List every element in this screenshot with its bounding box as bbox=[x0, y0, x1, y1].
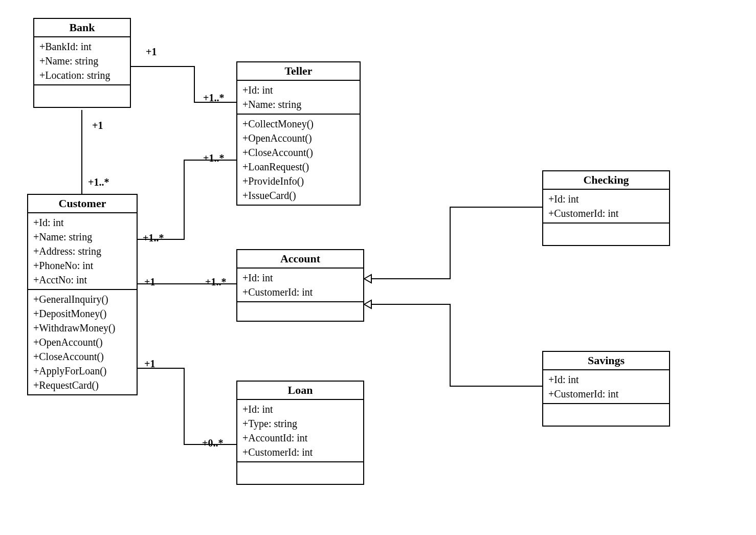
attr: +CustomerId: int bbox=[548, 206, 664, 220]
mult-customer-account-from: +1 bbox=[144, 276, 155, 288]
class-methods: +GeneralInquiry() +DepositMoney() +Withd… bbox=[28, 290, 137, 394]
attr: +Type: string bbox=[242, 416, 358, 431]
method: +CloseAccount() bbox=[242, 145, 354, 160]
attr: +AccountId: int bbox=[242, 431, 358, 445]
class-attributes: +Id: int +CustomerId: int bbox=[543, 190, 669, 224]
method: +DepositMoney() bbox=[33, 306, 131, 321]
class-methods bbox=[543, 404, 669, 426]
method: +OpenAccount() bbox=[33, 335, 131, 349]
attr: +BankId: int bbox=[39, 39, 125, 54]
class-title: Checking bbox=[543, 171, 669, 190]
class-methods bbox=[34, 85, 130, 107]
arrow-savings-account bbox=[364, 300, 371, 308]
class-title: Bank bbox=[34, 19, 130, 37]
class-teller: Teller +Id: int +Name: string +CollectMo… bbox=[236, 61, 361, 206]
mult-bank-teller-to: +1..* bbox=[203, 92, 224, 104]
method: +IssueCard() bbox=[242, 188, 354, 203]
method: +ProvideInfo() bbox=[242, 174, 354, 188]
attr: +PhoneNo: int bbox=[33, 258, 131, 273]
method: +LoanRequest() bbox=[242, 160, 354, 174]
attr: +Name: string bbox=[242, 97, 354, 112]
class-methods bbox=[237, 302, 363, 321]
attr: +Name: string bbox=[33, 230, 131, 244]
diagram-canvas: Bank +BankId: int +Name: string +Locatio… bbox=[0, 0, 756, 535]
attr: +AcctNo: int bbox=[33, 273, 131, 287]
class-title: Account bbox=[237, 250, 363, 269]
mult-bank-customer-from: +1 bbox=[92, 120, 103, 131]
attr: +CustomerId: int bbox=[242, 445, 358, 459]
class-attributes: +Id: int +Type: string +AccountId: int +… bbox=[237, 400, 363, 462]
method: +ApplyForLoan() bbox=[33, 364, 131, 378]
mult-customer-loan-to: +0..* bbox=[202, 437, 223, 449]
class-title: Teller bbox=[237, 62, 360, 81]
method: +OpenAccount() bbox=[242, 131, 354, 145]
attr: +Id: int bbox=[548, 372, 664, 387]
attr: +Id: int bbox=[242, 83, 354, 97]
class-title: Customer bbox=[28, 195, 137, 213]
class-savings: Savings +Id: int +CustomerId: int bbox=[542, 351, 670, 427]
class-customer: Customer +Id: int +Name: string +Address… bbox=[27, 194, 138, 395]
attr: +CustomerId: int bbox=[548, 387, 664, 401]
attr: +Id: int bbox=[33, 215, 131, 230]
class-checking: Checking +Id: int +CustomerId: int bbox=[542, 170, 670, 246]
method: +CollectMoney() bbox=[242, 117, 354, 131]
class-attributes: +Id: int +Name: string +Address: string … bbox=[28, 213, 137, 290]
class-methods: +CollectMoney() +OpenAccount() +CloseAcc… bbox=[237, 115, 360, 205]
class-attributes: +Id: int +CustomerId: int bbox=[237, 269, 363, 302]
method: +CloseAccount() bbox=[33, 349, 131, 364]
class-attributes: +BankId: int +Name: string +Location: st… bbox=[34, 37, 130, 85]
mult-customer-account-to: +1..* bbox=[205, 276, 226, 288]
mult-customer-teller-from: +1..* bbox=[143, 232, 164, 244]
attr: +CustomerId: int bbox=[242, 285, 358, 299]
attr: +Location: string bbox=[39, 68, 125, 82]
method: +WithdrawMoney() bbox=[33, 321, 131, 335]
class-methods bbox=[543, 224, 669, 245]
edge-savings-account bbox=[364, 304, 542, 386]
attr: +Name: string bbox=[39, 54, 125, 68]
class-account: Account +Id: int +CustomerId: int bbox=[236, 249, 364, 322]
attr: +Address: string bbox=[33, 244, 131, 258]
class-loan: Loan +Id: int +Type: string +AccountId: … bbox=[236, 381, 364, 485]
class-title: Loan bbox=[237, 382, 363, 400]
class-attributes: +Id: int +Name: string bbox=[237, 81, 360, 115]
class-attributes: +Id: int +CustomerId: int bbox=[543, 370, 669, 404]
mult-customer-teller-to: +1..* bbox=[203, 152, 224, 164]
class-bank: Bank +BankId: int +Name: string +Locatio… bbox=[33, 18, 131, 108]
method: +GeneralInquiry() bbox=[33, 292, 131, 306]
mult-bank-customer-to: +1..* bbox=[88, 176, 109, 188]
method: +RequestCard() bbox=[33, 378, 131, 392]
arrow-checking-account bbox=[364, 275, 371, 283]
edge-checking-account bbox=[364, 207, 542, 279]
attr: +Id: int bbox=[242, 271, 358, 285]
mult-bank-teller-from: +1 bbox=[146, 46, 157, 58]
edge-customer-teller bbox=[138, 160, 236, 239]
attr: +Id: int bbox=[242, 402, 358, 416]
attr: +Id: int bbox=[548, 192, 664, 206]
class-methods bbox=[237, 462, 363, 484]
class-title: Savings bbox=[543, 352, 669, 370]
mult-customer-loan-from: +1 bbox=[144, 358, 155, 370]
edge-customer-loan bbox=[138, 368, 236, 444]
